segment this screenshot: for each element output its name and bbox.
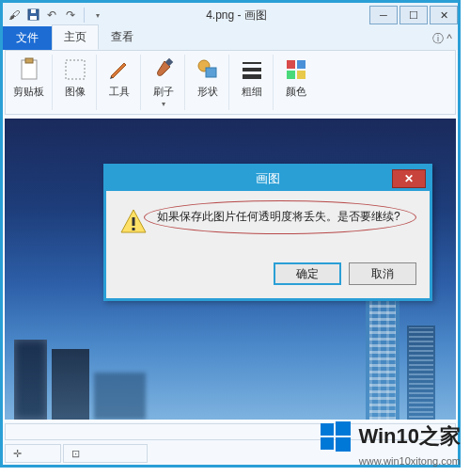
colors-group[interactable]: 颜色 (275, 55, 317, 110)
photo-building (94, 373, 146, 420)
ribbon: 剪贴板 图像 工具 刷子 ▾ 形状 (5, 50, 456, 115)
svg-rect-1 (30, 16, 37, 20)
svg-rect-18 (321, 423, 334, 436)
brushes-label: 刷子 (153, 85, 174, 99)
undo-icon[interactable]: ↶ (44, 8, 59, 23)
clipboard-label: 剪贴板 (13, 85, 44, 99)
dialog-message: 如果保存此图片任何透明度将丢失。是否要继续? (157, 208, 400, 225)
qat-separator (84, 8, 85, 23)
status-cursor-pos: ✛ (5, 444, 61, 463)
warning-icon (119, 208, 148, 236)
svg-rect-2 (31, 9, 36, 13)
pencil-icon (106, 56, 133, 83)
home-tab[interactable]: 主页 (52, 24, 99, 50)
watermark: Win10之家 www.win10xitong.com (319, 420, 461, 467)
brush-icon (150, 56, 177, 83)
maximize-button[interactable]: ☐ (400, 6, 428, 24)
svg-rect-10 (243, 68, 261, 71)
dialog-footer: 确定 取消 (106, 253, 430, 298)
svg-rect-20 (321, 437, 334, 450)
svg-rect-5 (66, 60, 85, 79)
svg-rect-15 (297, 71, 306, 79)
qat-customize-icon[interactable]: ▾ (90, 8, 105, 24)
save-icon[interactable] (25, 8, 40, 23)
window-controls: ─ ☐ ✕ (368, 6, 458, 24)
dialog-title: 画图 (256, 170, 280, 187)
ribbon-tabs: 文件 主页 查看 ⓘ ^ (3, 27, 458, 50)
redo-icon[interactable]: ↷ (63, 8, 78, 23)
select-icon (62, 56, 88, 83)
minimize-button[interactable]: ─ (369, 6, 398, 24)
stroke-group[interactable]: 粗细 (231, 55, 274, 110)
shapes-group[interactable]: 形状 (187, 55, 229, 110)
photo-building (14, 340, 47, 420)
svg-rect-13 (297, 60, 306, 69)
close-button[interactable]: ✕ (430, 6, 458, 24)
stroke-icon (239, 56, 265, 83)
brushes-group[interactable]: 刷子 ▾ (143, 55, 185, 110)
ok-button[interactable]: 确定 (274, 262, 341, 285)
svg-rect-14 (287, 71, 295, 79)
shapes-icon (195, 56, 221, 83)
svg-rect-8 (206, 68, 216, 77)
view-tab[interactable]: 查看 (99, 24, 146, 50)
confirm-dialog: 画图 ✕ 如果保存此图片任何透明度将丢失。是否要继续? 确定 取消 (103, 164, 432, 301)
photo-building (52, 349, 89, 420)
svg-rect-9 (243, 62, 261, 64)
svg-rect-19 (336, 421, 351, 436)
svg-rect-11 (243, 74, 261, 79)
windows-logo-icon (319, 420, 352, 453)
paste-icon (16, 56, 42, 83)
tools-label: 工具 (109, 85, 130, 99)
photo-building (407, 325, 435, 420)
image-label: 图像 (65, 85, 86, 99)
chevron-down-icon: ▾ (162, 100, 165, 108)
dialog-close-button[interactable]: ✕ (392, 169, 426, 188)
svg-rect-12 (287, 60, 295, 69)
clipboard-group[interactable]: 剪贴板 (6, 55, 53, 110)
colors-label: 颜色 (286, 85, 306, 99)
dialog-body: 如果保存此图片任何透明度将丢失。是否要继续? (106, 191, 430, 253)
image-group[interactable]: 图像 (55, 55, 97, 110)
shapes-label: 形状 (197, 85, 218, 99)
help-icon[interactable]: ⓘ ^ (432, 31, 452, 47)
svg-rect-21 (336, 437, 351, 452)
svg-rect-4 (25, 58, 33, 63)
svg-rect-17 (133, 228, 135, 230)
stroke-label: 粗细 (242, 85, 262, 99)
status-selection: ⊡ (63, 444, 148, 463)
quick-access-toolbar: 🖌 ↶ ↷ ▾ (3, 8, 105, 24)
svg-rect-16 (133, 217, 135, 226)
file-tab[interactable]: 文件 (3, 26, 52, 50)
window-title: 4.png - 画图 (105, 8, 368, 24)
watermark-url: www.win10xitong.com (319, 455, 461, 467)
tools-group[interactable]: 工具 (99, 55, 141, 110)
cancel-button[interactable]: 取消 (349, 262, 416, 285)
colors-icon (283, 56, 309, 83)
app-icon: 🖌 (7, 8, 22, 23)
dialog-titlebar: 画图 ✕ (106, 167, 430, 191)
watermark-text: Win10之家 (358, 422, 461, 451)
